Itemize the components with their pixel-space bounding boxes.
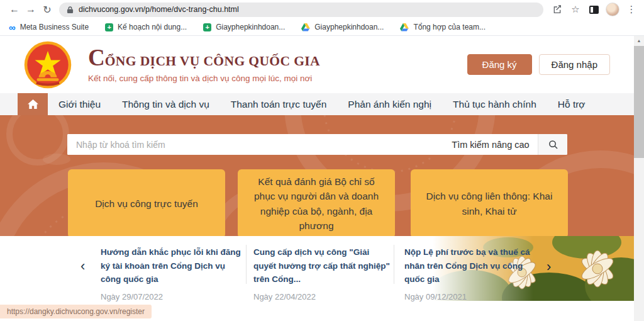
register-button[interactable]: Đăng ký <box>467 54 532 75</box>
quick-links-row: Dịch vụ công trực tuyến Kết quả đánh giá… <box>68 169 568 236</box>
bookmarks-bar: ∞ Meta Business Suite + Kế hoạch nội dun… <box>0 19 644 36</box>
search-input[interactable] <box>67 134 443 155</box>
nav-item-thanh-toan-truc-tuyen[interactable]: Thanh toán trực tuyến <box>220 99 338 110</box>
news-divider <box>246 245 247 284</box>
nav-item-phan-anh-kien-nghi[interactable]: Phản ánh kiến nghị <box>337 99 442 110</box>
browser-toolbar: ← → ↻ dichvucong.gov.vn/p/home/dvc-trang… <box>0 0 644 19</box>
bookmark-tong-hop[interactable]: Tổng hợp của team... <box>400 23 486 31</box>
quick-link-dich-vu-cong-truc-tuyen[interactable]: Dịch vụ công trực tuyến <box>68 169 225 236</box>
news-title: Nộp Lệ phí trước bạ và thuế cá nhân trên… <box>404 245 544 286</box>
search-button[interactable] <box>538 134 567 155</box>
bookmark-label: Tổng hợp của team... <box>413 23 486 31</box>
news-title: Hướng dẫn khắc phục lỗi khi đăng ký tài … <box>101 245 245 286</box>
page-scrollbar[interactable]: ▲ <box>634 36 644 321</box>
login-button[interactable]: Đăng nhập <box>539 54 610 75</box>
site-header: Cổng Dịch vụ công Quốc gia Kết nối, cung… <box>0 36 634 93</box>
side-panel-icon[interactable] <box>587 3 600 16</box>
bookmark-label: Giayphepkinhdoan... <box>314 23 384 31</box>
page-viewport: Cổng Dịch vụ công Quốc gia Kết nối, cung… <box>0 36 644 321</box>
advanced-search-link[interactable]: Tìm kiếm nâng cao <box>443 134 538 155</box>
drive-icon <box>301 23 310 31</box>
carousel-prev-icon[interactable]: ‹ <box>80 259 85 273</box>
vietnam-emblem-logo <box>24 41 72 89</box>
news-date: Ngày 22/04/2022 <box>253 292 393 301</box>
toolbar-actions: ☆ ⋮ <box>551 3 638 16</box>
bookmark-giayphep-1[interactable]: + Giayphepkinhdoan... <box>203 23 285 31</box>
bookmark-label: Kế hoạch nội dung... <box>118 23 187 31</box>
address-bar[interactable]: dichvucong.gov.vn/p/home/dvc-trang-chu.h… <box>59 3 543 17</box>
bookmark-giayphep-2[interactable]: Giayphepkinhdoan... <box>301 23 384 31</box>
nav-item-thong-tin-va-dich-vu[interactable]: Thông tin và dịch vụ <box>111 99 220 110</box>
news-carousel: ‹ Hướng dẫn khắc phục lỗi khi đăng ký tà… <box>0 236 634 301</box>
site-title-rest: ổng Dịch vụ công Quốc gia <box>105 54 320 69</box>
nav-item-gioi-thieu[interactable]: Giới thiệu <box>48 99 111 110</box>
quick-link-dich-vu-cong-lien-thong[interactable]: Dịch vụ công liên thông: Khai sinh, Khai… <box>411 169 568 236</box>
bookmark-ke-hoach[interactable]: + Kế hoạch nội dung... <box>105 23 187 31</box>
sheets-icon: + <box>203 23 211 31</box>
menu-dots-icon[interactable]: ⋮ <box>625 3 638 16</box>
profile-avatar[interactable] <box>606 3 619 16</box>
bookmark-star-icon[interactable]: ☆ <box>569 3 582 16</box>
nav-home-button[interactable] <box>18 93 48 115</box>
hero-section: Tìm kiếm nâng cao Dịch vụ công trực tuyế… <box>0 115 634 236</box>
status-bar-link-preview: https://dangky.dichvucong.gov.vn/registe… <box>0 305 152 318</box>
news-item[interactable]: Nộp Lệ phí trước bạ và thuế cá nhân trên… <box>404 245 544 301</box>
nav-item-thu-tuc-hanh-chinh[interactable]: Thủ tục hành chính <box>442 99 547 110</box>
bookmark-label: Giayphepkinhdoan... <box>216 23 285 31</box>
home-icon <box>28 99 38 109</box>
site-logo-text[interactable]: Cổng Dịch vụ công Quốc gia Kết nối, cung… <box>88 46 320 83</box>
news-item[interactable]: Hướng dẫn khắc phục lỗi khi đăng ký tài … <box>101 245 245 301</box>
scrollbar-thumb[interactable] <box>634 46 644 158</box>
browser-window: ← → ↻ dichvucong.gov.vn/p/home/dvc-trang… <box>0 0 644 321</box>
header-actions: Đăng ký Đăng nhập <box>467 54 610 75</box>
site-content: Cổng Dịch vụ công Quốc gia Kết nối, cung… <box>0 36 634 321</box>
site-title-initial: C <box>88 45 105 70</box>
share-icon[interactable] <box>551 3 564 16</box>
news-title: Cung cấp dịch vụ công "Giải quyết hưởng … <box>253 245 393 286</box>
news-divider <box>394 245 394 284</box>
bookmark-meta-business-suite[interactable]: ∞ Meta Business Suite <box>9 23 89 32</box>
nav-item-ho-tro[interactable]: Hỗ trợ <box>547 99 596 110</box>
scroll-up-icon[interactable]: ▲ <box>634 36 644 45</box>
main-nav: Giới thiệu Thông tin và dịch vụ Thanh to… <box>0 93 634 115</box>
news-date: Ngày 09/12/2021 <box>404 292 544 301</box>
forward-icon[interactable]: → <box>23 1 39 18</box>
meta-icon: ∞ <box>9 23 16 32</box>
quick-link-ket-qua-danh-gia[interactable]: Kết quả đánh giá Bộ chỉ số phục vụ người… <box>238 169 395 236</box>
search-bar: Tìm kiếm nâng cao <box>67 134 567 155</box>
back-icon[interactable]: ← <box>6 1 23 18</box>
bookmark-label: Meta Business Suite <box>20 23 89 31</box>
news-date: Ngày 29/07/2022 <box>101 292 245 301</box>
sheets-icon: + <box>105 23 113 31</box>
search-icon <box>548 140 558 149</box>
site-title: Cổng Dịch vụ công Quốc gia <box>88 46 320 69</box>
lock-icon <box>67 6 74 14</box>
carousel-next-icon[interactable]: › <box>547 260 551 274</box>
news-item[interactable]: Cung cấp dịch vụ công "Giải quyết hưởng … <box>253 245 393 301</box>
drive-icon <box>400 23 409 31</box>
url-text: dichvucong.gov.vn/p/home/dvc-trang-chu.h… <box>79 5 239 14</box>
site-subtitle: Kết nối, cung cấp thông tin và dịch vụ c… <box>88 74 320 83</box>
reload-icon[interactable]: ↻ <box>39 1 55 18</box>
